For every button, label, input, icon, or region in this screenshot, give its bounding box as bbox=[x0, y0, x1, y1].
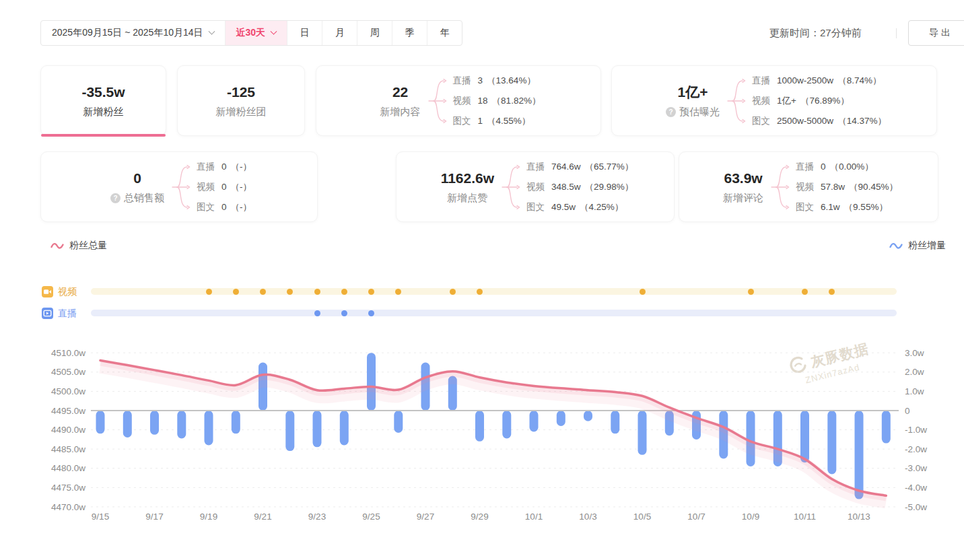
bar-9/17[interactable] bbox=[150, 411, 159, 435]
breakdown-row: 视频57.8w（90.45%） bbox=[796, 177, 898, 197]
video-dot-9/23[interactable] bbox=[314, 289, 320, 295]
bar-10/5[interactable] bbox=[638, 411, 647, 455]
right-axis-tick: -1.0w bbox=[905, 425, 927, 435]
legend-fans-delta[interactable]: 粉丝增量 bbox=[889, 240, 946, 252]
breakdown-row: 直播3（13.64%） bbox=[453, 71, 541, 91]
bar-10/14[interactable] bbox=[882, 411, 891, 444]
video-dot-9/22[interactable] bbox=[287, 289, 293, 295]
left-axis-tick: 4505.0w bbox=[51, 367, 85, 377]
video-dot-9/26[interactable] bbox=[395, 289, 401, 295]
right-axis-tick: -3.0w bbox=[905, 463, 927, 473]
x-tick-9/25: 9/25 bbox=[362, 512, 380, 522]
bar-10/1[interactable] bbox=[530, 411, 539, 432]
video-dot-10/11[interactable] bbox=[802, 289, 808, 295]
right-axis-tick: 1.0w bbox=[905, 386, 924, 396]
period-tabs: 日月周季年 bbox=[287, 21, 462, 45]
date-range-picker[interactable]: 2025年09月15日 ~ 2025年10月14日 bbox=[41, 21, 225, 45]
stat-label: 新增粉丝团 bbox=[216, 106, 267, 118]
period-tab-0[interactable]: 日 bbox=[287, 21, 322, 45]
chevron-down-icon bbox=[271, 28, 277, 34]
quick-range-last30-button[interactable]: 近30天 bbox=[225, 21, 287, 45]
legend-fans-total[interactable]: 粉丝总量 bbox=[50, 240, 107, 252]
stat-label: ?预估曝光 bbox=[666, 106, 720, 118]
bar-10/13[interactable] bbox=[855, 411, 864, 499]
bar-9/20[interactable] bbox=[232, 411, 240, 433]
stat-label: 新增粉丝 bbox=[81, 106, 125, 118]
breakdown-row: 视频0（-） bbox=[197, 177, 252, 197]
video-dot-9/25[interactable] bbox=[368, 289, 374, 295]
bar-10/3[interactable] bbox=[584, 411, 592, 421]
breakdown-rows: 直播1000w-2500w（8.74%）视频1亿+（76.89%）图文2500w… bbox=[752, 71, 887, 131]
stat-card-1-0[interactable]: 0?总销售额直播0（-）视频0（-）图文0（-） bbox=[40, 151, 318, 222]
stat-label: 新增评论 bbox=[723, 192, 763, 205]
stat-card-0-0[interactable]: -35.5w新增粉丝 bbox=[40, 65, 166, 136]
video-dot-10/5[interactable] bbox=[640, 289, 646, 295]
bar-9/24[interactable] bbox=[340, 411, 349, 446]
breakdown-row: 直播1000w-2500w（8.74%） bbox=[752, 71, 887, 91]
stat-card-0-2[interactable]: 22新增内容直播3（13.64%）视频18（81.82%）图文1（4.55%） bbox=[316, 65, 601, 136]
bar-9/29[interactable] bbox=[475, 411, 484, 442]
video-icon bbox=[42, 286, 53, 300]
stat-card-1-1[interactable]: 1162.6w新增点赞直播764.6w（65.77%）视频348.5w（29.9… bbox=[396, 151, 675, 222]
bar-9/22[interactable] bbox=[285, 411, 294, 451]
right-axis-tick: -5.0w bbox=[905, 502, 927, 512]
bar-10/11[interactable] bbox=[800, 411, 809, 462]
bar-9/23[interactable] bbox=[313, 411, 322, 447]
trend-chart-svg: 4510.0w3.0w4505.0w2.0w4500.0w1.0w4495.0w… bbox=[0, 333, 964, 545]
left-axis-tick: 4470.0w bbox=[51, 502, 85, 512]
help-icon[interactable]: ? bbox=[110, 193, 120, 203]
bar-9/26[interactable] bbox=[394, 411, 403, 433]
video-dot-10/12[interactable] bbox=[829, 289, 835, 295]
x-tick-9/23: 9/23 bbox=[308, 512, 326, 522]
stat-value: -35.5w bbox=[81, 83, 125, 101]
breakdown-row: 视频1亿+（76.89%） bbox=[752, 91, 887, 111]
bar-10/2[interactable] bbox=[557, 411, 565, 426]
help-icon[interactable]: ? bbox=[666, 107, 676, 117]
video-dot-9/24[interactable] bbox=[341, 289, 347, 295]
video-dot-9/28[interactable] bbox=[450, 289, 456, 295]
x-tick-9/21: 9/21 bbox=[254, 512, 271, 522]
stat-value-block: 1162.6w新增点赞 bbox=[437, 170, 498, 205]
breakdown-row: 视频18（81.82%） bbox=[453, 91, 541, 111]
live-dot-9/24[interactable] bbox=[341, 310, 347, 316]
stat-card-0-3[interactable]: 1亿+?预估曝光直播1000w-2500w（8.74%）视频1亿+（76.89%… bbox=[611, 65, 937, 136]
live-timeline-label: 直播 bbox=[58, 307, 77, 319]
stat-value: 1162.6w bbox=[441, 170, 494, 187]
breakdown-row: 图文0（-） bbox=[197, 197, 252, 217]
period-tab-4[interactable]: 年 bbox=[427, 21, 462, 45]
video-dot-10/9[interactable] bbox=[748, 289, 754, 295]
x-tick-9/15: 9/15 bbox=[92, 512, 109, 522]
left-axis-tick: 4480.0w bbox=[51, 463, 85, 473]
video-dot-9/21[interactable] bbox=[260, 289, 266, 295]
bar-9/16[interactable] bbox=[123, 411, 132, 438]
fans-total-line[interactable] bbox=[100, 361, 886, 496]
bar-9/15[interactable] bbox=[96, 411, 105, 433]
breakdown-row: 图文49.5w（4.25%） bbox=[526, 197, 633, 217]
export-button[interactable]: 导出 bbox=[908, 20, 964, 46]
date-range-text: 2025年09月15日 ~ 2025年10月14日 bbox=[52, 27, 203, 39]
stat-card-1-2[interactable]: 63.9w新增评论直播0（0.00%）视频57.8w（90.45%）图文6.1w… bbox=[679, 151, 938, 222]
x-tick-10/5: 10/5 bbox=[633, 512, 651, 522]
period-tab-3[interactable]: 季 bbox=[392, 21, 427, 45]
video-dot-9/29[interactable] bbox=[477, 289, 483, 295]
bar-9/30[interactable] bbox=[502, 411, 511, 439]
video-dot-9/19[interactable] bbox=[206, 289, 212, 295]
live-dot-9/23[interactable] bbox=[314, 310, 320, 316]
bar-9/25[interactable] bbox=[367, 353, 376, 411]
bar-9/18[interactable] bbox=[177, 411, 186, 439]
breakdown-connector bbox=[501, 157, 524, 217]
period-tab-1[interactable]: 月 bbox=[322, 21, 357, 45]
bar-9/19[interactable] bbox=[205, 411, 213, 446]
live-dot-9/25[interactable] bbox=[368, 310, 374, 316]
stat-cards-panel: -35.5w新增粉丝-125新增粉丝团22新增内容直播3（13.64%）视频18… bbox=[0, 65, 964, 225]
stat-value: 0 bbox=[110, 170, 164, 187]
bar-10/12[interactable] bbox=[827, 411, 836, 474]
bar-10/4[interactable] bbox=[611, 411, 619, 433]
stat-value-block: -125新增粉丝团 bbox=[212, 83, 271, 118]
period-tab-2[interactable]: 周 bbox=[357, 21, 392, 45]
breakdown-row: 直播0（-） bbox=[197, 157, 252, 177]
breakdown-row: 图文2500w-5000w（14.37%） bbox=[752, 111, 887, 131]
x-tick-10/1: 10/1 bbox=[525, 512, 543, 522]
video-dot-9/20[interactable] bbox=[233, 289, 239, 295]
stat-card-0-1[interactable]: -125新增粉丝团 bbox=[177, 65, 305, 136]
